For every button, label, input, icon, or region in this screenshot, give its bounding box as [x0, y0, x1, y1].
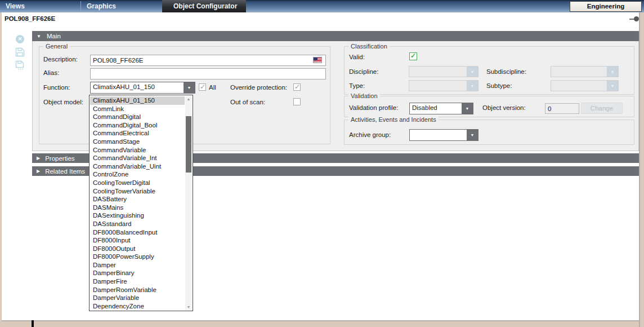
object-version-label: Object version: [482, 104, 526, 111]
type-dropdown[interactable]: ▼ [409, 80, 478, 91]
tab-graphics[interactable]: Graphics [81, 0, 162, 12]
function-dropdown-list: ClimatixAHU_01_150CommLinkCommandDigital… [89, 95, 193, 311]
general-group-title: General [43, 43, 70, 50]
description-label: Description: [43, 56, 78, 63]
text-cursor-artifact [32, 320, 34, 327]
archive-group-dropdown[interactable]: ▼ [409, 129, 478, 141]
function-dropdown-item[interactable]: DamperBinary [90, 269, 185, 277]
breadcrumb-row: POL908_FF626E [2, 12, 639, 26]
validation-group-title: Validation [348, 92, 380, 99]
scroll-down-icon[interactable] [185, 305, 192, 309]
function-label: Function: [43, 84, 70, 91]
function-dropdown-item[interactable]: DependencyZone [90, 302, 185, 311]
override-protection-label: Override protection: [230, 84, 287, 91]
save-as-icon[interactable] [15, 60, 25, 70]
validation-groupbox: Validation Validation profile: Disabled … [344, 96, 634, 117]
chevron-down-icon: ▼ [607, 81, 618, 91]
archive-group-label: Archive group: [349, 131, 391, 138]
object-model-label: Object model: [43, 99, 83, 105]
subdiscipline-dropdown[interactable]: ▼ [551, 66, 619, 77]
function-dropdown-item[interactable]: DamperVariable [90, 294, 185, 302]
window-frame-right [639, 12, 644, 327]
tab-views[interactable]: Views [0, 0, 80, 12]
activities-group-title: Activities, Events and Incidents [348, 116, 439, 123]
function-dropdown-item[interactable]: DASextinguishing [90, 211, 185, 220]
validation-profile-label: Validation profile: [349, 104, 398, 111]
function-combobox-value: ClimatixAHU_01_150 [91, 82, 184, 93]
function-dropdown-item[interactable]: ControlZone [90, 170, 185, 179]
description-input[interactable] [90, 55, 326, 66]
type-dropdown-value [409, 81, 467, 91]
function-dropdown-item[interactable]: DASMains [90, 204, 185, 212]
top-tab-bar: Views Graphics Object Configurator Engin… [0, 0, 644, 12]
function-dropdown-item[interactable]: DASstandard [90, 220, 185, 228]
alias-label: Alias: [43, 69, 59, 76]
valid-label: Valid: [349, 54, 365, 60]
function-dropdown-item[interactable]: CommLink [90, 105, 185, 113]
subdiscipline-label: Subdiscipline: [486, 68, 526, 75]
function-dropdown-item[interactable]: CommandDigital [90, 113, 185, 121]
scrollbar-thumb[interactable] [186, 116, 191, 173]
type-label: Type: [349, 82, 365, 89]
chevron-down-icon: ▼ [467, 81, 478, 91]
override-protection-checkbox[interactable] [293, 83, 301, 91]
chevron-right-icon [37, 169, 40, 174]
chevron-down-icon: ▼ [607, 67, 618, 77]
function-dropdown-item[interactable]: CommandVariable [90, 146, 185, 154]
main-expander-title: Main [47, 33, 61, 39]
out-of-scan-checkbox[interactable] [293, 98, 301, 105]
close-icon[interactable] [16, 35, 24, 43]
function-combobox[interactable]: ClimatixAHU_01_150 ▼ [90, 82, 195, 94]
subdiscipline-dropdown-value [551, 67, 607, 77]
valid-checkbox[interactable] [409, 52, 417, 60]
engineering-mode-button[interactable]: Engineering [570, 1, 642, 12]
discipline-dropdown[interactable]: ▼ [409, 66, 478, 77]
function-dropdown-item[interactable]: DF8000BalancedInput [90, 228, 185, 237]
function-dropdown-item[interactable]: CoolingTowerDigital [90, 179, 185, 187]
function-dropdown-item[interactable]: DF8000Input [90, 236, 185, 245]
function-dropdown-item[interactable]: DamperFire [90, 277, 185, 286]
function-dropdown-item[interactable]: Damper [90, 261, 185, 269]
archive-group-value [410, 130, 467, 140]
function-dropdown-item[interactable]: ClimatixAHU_01_150 [90, 96, 185, 105]
main-expander-header[interactable]: Main [32, 31, 639, 41]
function-dropdown-item[interactable]: CommandVariable_Int [90, 154, 185, 162]
validation-profile-dropdown[interactable]: Disabled ▼ [409, 103, 473, 114]
function-dropdown-item[interactable]: CommandDigital_Bool [90, 121, 185, 130]
chevron-down-icon: ▼ [467, 67, 478, 77]
change-button[interactable]: Change [581, 103, 623, 114]
dropdown-scrollbar[interactable] [185, 96, 192, 310]
subtype-dropdown[interactable]: ▼ [551, 80, 619, 91]
out-of-scan-label: Out of scan: [230, 99, 265, 105]
us-flag-icon [313, 57, 322, 63]
pin-icon[interactable] [629, 16, 639, 22]
function-dropdown-item[interactable]: DASBattery [90, 195, 185, 204]
alias-input[interactable] [90, 68, 326, 79]
function-dropdown-item[interactable]: DF8000Output [90, 245, 185, 253]
function-dropdown-item[interactable]: CommandElectrical [90, 129, 185, 138]
function-dropdown-item[interactable]: CommandVariable_Uint [90, 162, 185, 171]
all-checkbox-label: All [209, 84, 216, 91]
window-frame-left [0, 12, 2, 327]
function-dropdown-item[interactable]: DamperRoomVariable [90, 286, 185, 294]
activities-groupbox: Activities, Events and Incidents Archive… [344, 120, 634, 145]
function-dropdown-item[interactable]: CommandStage [90, 138, 185, 146]
chevron-down-icon[interactable]: ▼ [462, 103, 473, 114]
discipline-label: Discipline: [349, 68, 378, 75]
validation-profile-value: Disabled [410, 103, 462, 114]
subtype-dropdown-value [551, 81, 607, 91]
discipline-dropdown-value [409, 67, 467, 77]
chevron-down-icon[interactable]: ▼ [467, 130, 478, 140]
properties-expander-label: Properties [45, 155, 74, 162]
save-icon[interactable] [15, 47, 25, 57]
chevron-down-icon[interactable]: ▼ [184, 82, 195, 93]
window-frame-bottom [0, 320, 644, 327]
scroll-up-icon[interactable] [185, 97, 192, 101]
tab-object-configurator[interactable]: Object Configurator [162, 0, 246, 12]
object-version-field [545, 103, 579, 114]
breadcrumb: POL908_FF626E [5, 15, 55, 22]
chevron-down-icon [37, 34, 41, 39]
function-dropdown-item[interactable]: CoolingTowerVariable [90, 187, 185, 196]
all-checkbox[interactable] [199, 83, 206, 91]
function-dropdown-item[interactable]: DF8000PowerSupply [90, 253, 185, 261]
